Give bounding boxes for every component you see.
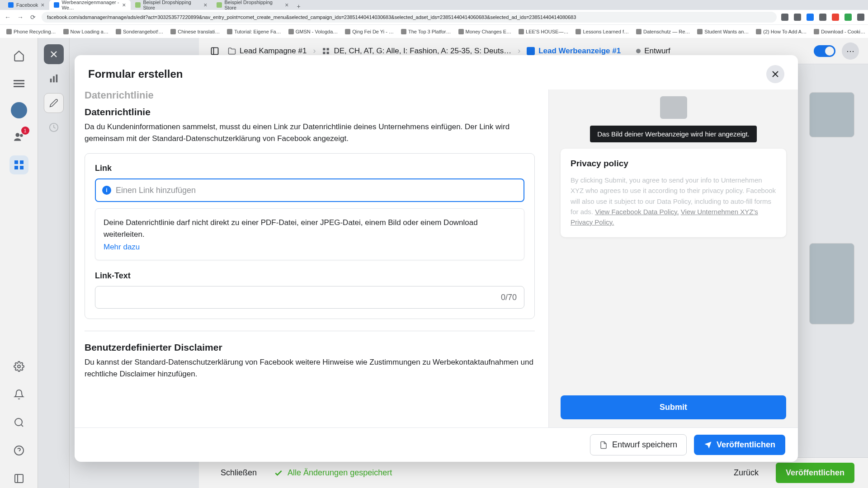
back-icon[interactable]: ← [4, 14, 12, 21]
bookmark-label: Money Changes E… [466, 29, 512, 34]
save-draft-button[interactable]: Entwurf speichern [590, 434, 687, 455]
bookmark-label: Student Wants an… [704, 29, 749, 34]
bookmark-icon [756, 29, 761, 34]
bookmark[interactable]: LEE'S HOUSE—… [516, 29, 571, 34]
app-area: 1 [0, 38, 868, 488]
bookmark[interactable]: Download - Cooki… [811, 29, 868, 34]
modal-close-button[interactable] [766, 65, 784, 83]
bookmark-label: Datenschutz — Re… [643, 29, 690, 34]
close-icon [771, 70, 779, 78]
ext-icon[interactable] [819, 14, 826, 21]
close-icon[interactable]: × [285, 1, 288, 9]
profile-icon[interactable] [857, 14, 864, 21]
disclaimer-help: Du kannst der Standard-Datenschutzerklär… [85, 357, 535, 380]
bookmark-icon [6, 29, 12, 34]
bookmark-icon [63, 29, 69, 34]
favicon-icon [217, 2, 222, 8]
bookmark-label: Tutorial: Eigene Fa… [234, 29, 281, 34]
ext-icon[interactable] [844, 14, 852, 21]
file-icon [599, 441, 608, 449]
browser-tab[interactable]: Beispiel Dropshipping Store× [212, 0, 293, 10]
favicon-icon [135, 2, 141, 8]
bookmark-icon [288, 29, 294, 34]
bookmark-label: (2) How To Add A… [763, 29, 807, 34]
bookmark-icon [458, 29, 464, 34]
create-form-modal: Formular erstellen Datenrichtlinie Daten… [75, 55, 798, 462]
bookmark[interactable]: Money Changes E… [456, 29, 514, 34]
browser-tab[interactable]: Werbeanzeigenmanager - We…× [49, 0, 131, 10]
ext-icon[interactable] [781, 14, 788, 21]
preview-privacy-card: Privacy policy By clicking Submit, you a… [561, 149, 786, 237]
disclaimer-heading: Benutzerdefinierter Disclaimer [85, 342, 535, 353]
bookmark-label: Lessons Learned f… [583, 29, 629, 34]
save-draft-label: Entwurf speichern [612, 440, 677, 450]
bookmark-label: Now Loading a… [71, 29, 108, 34]
ext-icon[interactable] [794, 14, 801, 21]
modal-footer: Entwurf speichern Veröffentlichen [75, 427, 798, 462]
extension-icons [781, 14, 864, 21]
favicon-icon [54, 2, 59, 8]
link-input-wrapper[interactable]: i [95, 178, 524, 202]
browser-chrome: Facebook× Werbeanzeigenmanager - We…× Be… [0, 0, 868, 38]
info-icon: i [102, 186, 111, 195]
bookmark-icon [814, 29, 819, 34]
linktext-input-wrapper[interactable]: 0/70 [95, 286, 524, 309]
bookmark[interactable]: Tutorial: Eigene Fa… [224, 29, 284, 34]
ext-icon[interactable] [832, 14, 839, 21]
bookmark-label: LEE'S HOUSE—… [526, 29, 568, 34]
bookmark[interactable]: Student Wants an… [694, 29, 751, 34]
publish-form-button[interactable]: Veröffentlichen [694, 435, 785, 455]
ext-icon[interactable] [807, 14, 814, 21]
bookmark-label: Sonderangebot!… [123, 29, 163, 34]
preview-submit-button[interactable]: Submit [561, 395, 786, 419]
privacy-link-input[interactable] [116, 186, 517, 195]
bookmark[interactable]: The Top 3 Platfor… [398, 29, 454, 34]
reload-icon[interactable]: ⟳ [29, 14, 37, 21]
learn-more-link[interactable]: Mehr dazu [104, 243, 140, 252]
bookmark[interactable]: Sonderangebot!… [113, 29, 166, 34]
bookmark-label: The Top 3 Platfor… [408, 29, 451, 34]
preview-panel: Das Bild deiner Werbeanzeige wird hier a… [548, 89, 798, 427]
bookmark-label: Chinese translati… [178, 29, 220, 34]
publish-label: Veröffentlichen [717, 440, 775, 450]
link-text-input[interactable] [103, 293, 501, 302]
close-icon[interactable]: × [41, 1, 44, 9]
bookmark[interactable]: GMSN - Vologda… [286, 29, 341, 34]
bookmark-icon [636, 29, 642, 34]
bookmark-icon [697, 29, 703, 34]
section-divider [85, 331, 535, 331]
image-placeholder-icon [660, 96, 687, 119]
favicon-icon [8, 2, 14, 8]
bookmark-label: Qing Fei De Yi - … [352, 29, 394, 34]
privacy-policy-heading: Datenrichtlinie [85, 107, 535, 117]
preview-tooltip: Das Bild deiner Werbeanzeige wird hier a… [590, 126, 757, 142]
bookmark[interactable]: Chinese translati… [168, 29, 222, 34]
bookmark[interactable]: Phone Recycling… [4, 29, 59, 34]
browser-tab[interactable]: Facebook× [4, 0, 49, 10]
send-icon [704, 441, 712, 449]
forward-icon[interactable]: → [16, 14, 24, 21]
modal-header: Formular erstellen [75, 55, 798, 89]
browser-tab[interactable]: Beispiel Dropshipping Store× [131, 0, 212, 10]
close-icon[interactable]: × [122, 1, 126, 9]
tab-label: Beispiel Dropshipping Store [225, 0, 283, 10]
bookmark[interactable]: Now Loading a… [61, 29, 111, 34]
bookmark[interactable]: Lessons Learned f… [573, 29, 632, 34]
bookmark[interactable]: Qing Fei De Yi - … [342, 29, 396, 34]
preview-fb-policy-link[interactable]: View Facebook Data Policy. [595, 208, 679, 216]
preview-paragraph: By clicking Submit, you agree to send yo… [571, 175, 776, 227]
bookmark-label: GMSN - Vologda… [296, 29, 338, 34]
tab-label: Werbeanzeigenmanager - We… [62, 0, 120, 10]
form-panel[interactable]: Datenrichtlinie Datenrichtlinie Da du Ku… [75, 89, 548, 427]
linktext-label: Link-Text [95, 271, 524, 281]
privacy-policy-help: Da du Kundeninformationen sammelst, muss… [85, 121, 535, 144]
bookmark[interactable]: (2) How To Add A… [753, 29, 809, 34]
new-tab-button[interactable]: + [293, 3, 304, 10]
preview-image-area [549, 89, 798, 126]
bookmark-label: Phone Recycling… [14, 29, 56, 34]
bookmark[interactable]: Datenschutz — Re… [633, 29, 693, 34]
url-input[interactable]: facebook.com/adsmanager/manage/ads/edit?… [42, 12, 777, 23]
tab-bar: Facebook× Werbeanzeigenmanager - We…× Be… [0, 0, 868, 10]
section-heading-cut: Datenrichtlinie [85, 89, 535, 101]
close-icon[interactable]: × [203, 1, 207, 9]
